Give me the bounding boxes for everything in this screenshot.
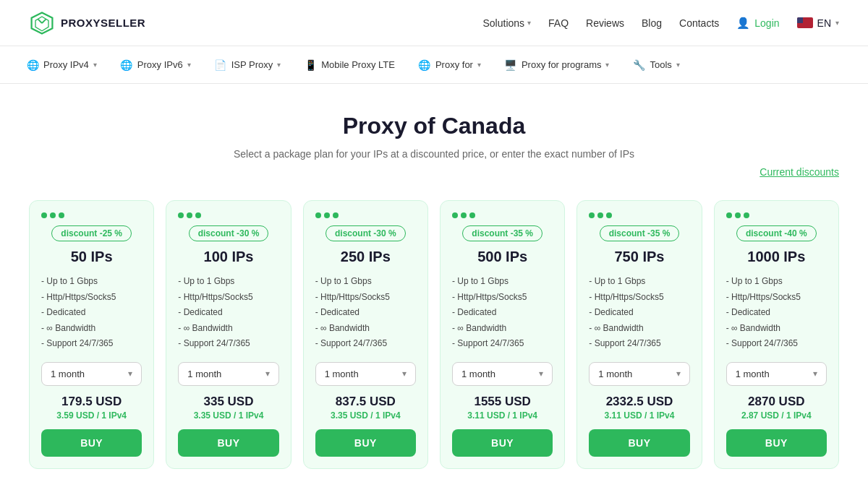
buy-button[interactable]: BUY <box>726 429 827 457</box>
logo-icon <box>29 10 55 36</box>
card-dots <box>726 212 827 218</box>
svg-line-2 <box>38 19 42 22</box>
svg-line-3 <box>42 19 46 22</box>
dot-2 <box>187 212 192 218</box>
card-features: - Up to 1 Gbps- Http/Https/Socks5- Dedic… <box>589 274 689 352</box>
login-button[interactable]: 👤 Login <box>736 17 779 30</box>
tab-tools[interactable]: 🔧 Tools ▾ <box>621 46 691 83</box>
dot-3 <box>333 212 339 218</box>
product-navbar: 🌐 Proxy IPv4 ▾ 🌐 Proxy IPv6 ▾ 📄 ISP Prox… <box>0 46 868 84</box>
period-selector[interactable]: 1 month ▾ <box>452 362 553 386</box>
dot-1 <box>315 212 321 218</box>
card-ips: 50 IPs <box>41 249 142 265</box>
page-subtitle: Select a package plan for your IPs at a … <box>29 148 839 160</box>
ipv6-icon: 🌐 <box>120 59 133 72</box>
card-features: - Up to 1 Gbps- Http/Https/Socks5- Dedic… <box>41 274 142 352</box>
ipv4-icon: 🌐 <box>26 59 39 72</box>
isp-icon: 📄 <box>214 59 227 72</box>
dot-3 <box>606 212 612 218</box>
card-dots <box>178 212 278 218</box>
card-price-per: 3.35 USD / 1 IPv4 <box>315 410 416 421</box>
chevron-down-icon: ▾ <box>676 61 680 69</box>
dot-1 <box>589 212 595 218</box>
period-label: 1 month <box>598 369 632 379</box>
dot-1 <box>726 212 732 218</box>
card-price: 179.5 USD <box>41 395 142 409</box>
buy-button[interactable]: BUY <box>41 429 142 457</box>
period-label: 1 month <box>51 369 85 379</box>
card-price-per: 3.11 USD / 1 IPv4 <box>589 410 689 421</box>
period-selector[interactable]: 1 month ▾ <box>589 362 689 386</box>
mobile-icon: 📱 <box>304 59 317 72</box>
card-price-per: 3.11 USD / 1 IPv4 <box>452 410 553 421</box>
card-price: 2870 USD <box>726 395 827 409</box>
card-ips: 750 IPs <box>589 249 689 265</box>
nav-contacts[interactable]: Contacts <box>679 17 719 29</box>
card-dots <box>452 212 553 218</box>
card-dots <box>41 212 142 218</box>
nav-solutions[interactable]: Solutions ▾ <box>482 17 531 29</box>
period-label: 1 month <box>325 369 359 379</box>
discount-badge: discount -35 % <box>462 225 542 241</box>
dot-3 <box>744 212 749 218</box>
page-title: Proxy of Canada <box>29 113 839 139</box>
chevron-down-icon: ▾ <box>402 369 407 379</box>
dot-3 <box>195 212 201 218</box>
nav-faq[interactable]: FAQ <box>548 17 569 29</box>
nav-blog[interactable]: Blog <box>642 17 662 29</box>
period-label: 1 month <box>187 369 221 379</box>
card-ips: 250 IPs <box>315 249 416 265</box>
card-features: - Up to 1 Gbps- Http/Https/Socks5- Dedic… <box>726 274 827 352</box>
card-price: 837.5 USD <box>315 395 416 409</box>
proxy-for-icon: 🌐 <box>418 59 431 72</box>
card-dots <box>315 212 416 218</box>
buy-button[interactable]: BUY <box>178 429 278 457</box>
pagination: ‹ › <box>0 483 868 495</box>
period-label: 1 month <box>461 369 495 379</box>
discount-badge: discount -25 % <box>51 225 132 241</box>
card-ips: 100 IPs <box>178 249 278 265</box>
language-selector[interactable]: EN ▾ <box>797 17 839 29</box>
discount-badge: discount -30 % <box>189 225 269 241</box>
period-selector[interactable]: 1 month ▾ <box>315 362 416 386</box>
chevron-down-icon: ▾ <box>93 61 97 69</box>
nav-reviews[interactable]: Reviews <box>586 17 624 29</box>
chevron-down-icon: ▾ <box>187 61 191 69</box>
chevron-down-icon: ▾ <box>676 369 681 379</box>
card-features: - Up to 1 Gbps- Http/Https/Socks5- Dedic… <box>452 274 553 352</box>
header: PROXYSELLER Solutions ▾ FAQ Reviews Blog… <box>0 0 868 46</box>
current-discounts-link[interactable]: Current discounts <box>29 165 839 178</box>
card-ips: 500 IPs <box>452 249 553 265</box>
tab-proxy-ipv6[interactable]: 🌐 Proxy IPv6 ▾ <box>109 46 203 83</box>
dot-1 <box>452 212 458 218</box>
tab-proxy-programs[interactable]: 🖥️ Proxy for programs ▾ <box>493 46 621 83</box>
buy-button[interactable]: BUY <box>452 429 553 457</box>
card-features: - Up to 1 Gbps- Http/Https/Socks5- Dedic… <box>178 274 278 352</box>
tab-proxy-for[interactable]: 🌐 Proxy for ▾ <box>407 46 493 83</box>
period-selector[interactable]: 1 month ▾ <box>726 362 827 386</box>
card-price-per: 3.35 USD / 1 IPv4 <box>178 410 278 421</box>
chevron-down-icon: ▾ <box>539 369 543 379</box>
dot-3 <box>59 212 64 218</box>
main-nav: Solutions ▾ FAQ Reviews Blog Contacts 👤 … <box>482 17 839 30</box>
logo[interactable]: PROXYSELLER <box>29 10 145 36</box>
card-price-per: 3.59 USD / 1 IPv4 <box>41 410 142 421</box>
pricing-card-3: discount -35 %500 IPs- Up to 1 Gbps- Htt… <box>440 200 565 469</box>
card-price: 2332.5 USD <box>589 395 689 409</box>
chevron-down-icon: ▾ <box>128 369 132 379</box>
chevron-down-icon: ▾ <box>277 61 281 69</box>
dot-2 <box>735 212 741 218</box>
tab-mobile-proxy[interactable]: 📱 Mobile Proxy LTE <box>292 46 407 83</box>
pricing-card-0: discount -25 %50 IPs- Up to 1 Gbps- Http… <box>29 200 154 469</box>
buy-button[interactable]: BUY <box>315 429 416 457</box>
period-selector[interactable]: 1 month ▾ <box>41 362 142 386</box>
card-ips: 1000 IPs <box>726 249 827 265</box>
tab-proxy-ipv4[interactable]: 🌐 Proxy IPv4 ▾ <box>14 46 109 83</box>
card-features: - Up to 1 Gbps- Http/Https/Socks5- Dedic… <box>315 274 416 352</box>
period-selector[interactable]: 1 month ▾ <box>178 362 278 386</box>
buy-button[interactable]: BUY <box>589 429 689 457</box>
tab-isp-proxy[interactable]: 📄 ISP Proxy ▾ <box>203 46 293 83</box>
flag-icon <box>797 17 813 28</box>
pricing-cards: discount -25 %50 IPs- Up to 1 Gbps- Http… <box>29 200 839 469</box>
person-icon: 👤 <box>736 17 750 30</box>
